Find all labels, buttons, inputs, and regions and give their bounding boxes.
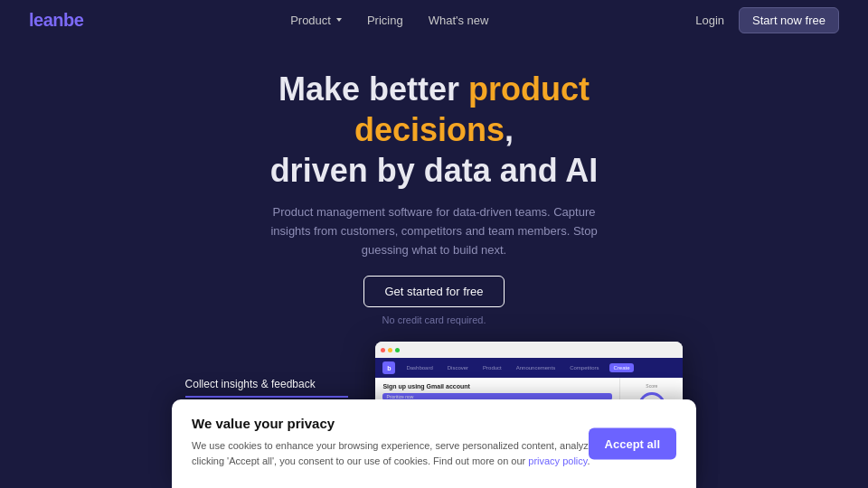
app-content-title: Sign up using Gmail account <box>382 383 612 389</box>
privacy-policy-link[interactable]: privacy policy <box>528 455 587 466</box>
no-cc-text: No credit card required. <box>382 314 486 325</box>
app-tab-product: Product <box>479 363 505 372</box>
start-button[interactable]: Start now free <box>739 7 839 33</box>
app-nav: b Dashboard Discover Product Announcemen… <box>375 358 683 378</box>
privacy-banner: We value your privacy We use cookies to … <box>172 399 696 488</box>
nav-actions: Login Start now free <box>695 7 839 33</box>
dot-red <box>381 348 385 352</box>
app-logo: b <box>382 361 395 374</box>
app-topbar <box>375 342 683 358</box>
app-tab-discover: Discover <box>444 363 472 372</box>
chevron-down-icon <box>336 18 342 22</box>
logo[interactable]: leanbe <box>29 10 83 31</box>
app-tab-announcements: Announcements <box>513 363 559 372</box>
logo-part2: be <box>63 10 83 30</box>
navbar: leanbe Product Pricing What's new Login … <box>0 0 868 40</box>
nav-whatsnew[interactable]: What's new <box>429 14 489 27</box>
dot-green <box>395 348 400 352</box>
hero-section: Make better product decisions, driven by… <box>0 40 868 325</box>
dot-yellow <box>388 348 392 352</box>
nav-product[interactable]: Product <box>290 14 342 27</box>
nav-links: Product Pricing What's new <box>290 14 488 27</box>
login-button[interactable]: Login <box>695 14 724 27</box>
app-tab-dashboard: Dashboard <box>402 363 436 372</box>
hero-title: Make better product decisions, driven by… <box>199 69 669 191</box>
app-tab-create: Create <box>609 363 633 372</box>
logo-part1: lean <box>29 10 63 30</box>
accept-button[interactable]: Accept all <box>589 427 676 459</box>
hero-subtitle: Product management software for data-dri… <box>262 203 606 259</box>
app-tab-competitors: Competitors <box>566 363 602 372</box>
nav-pricing[interactable]: Pricing <box>367 14 403 27</box>
feature-item-0[interactable]: Collect insights & feedback <box>185 378 349 398</box>
score-label-text: Score <box>646 383 657 389</box>
cta-button[interactable]: Get started for free <box>363 276 504 307</box>
